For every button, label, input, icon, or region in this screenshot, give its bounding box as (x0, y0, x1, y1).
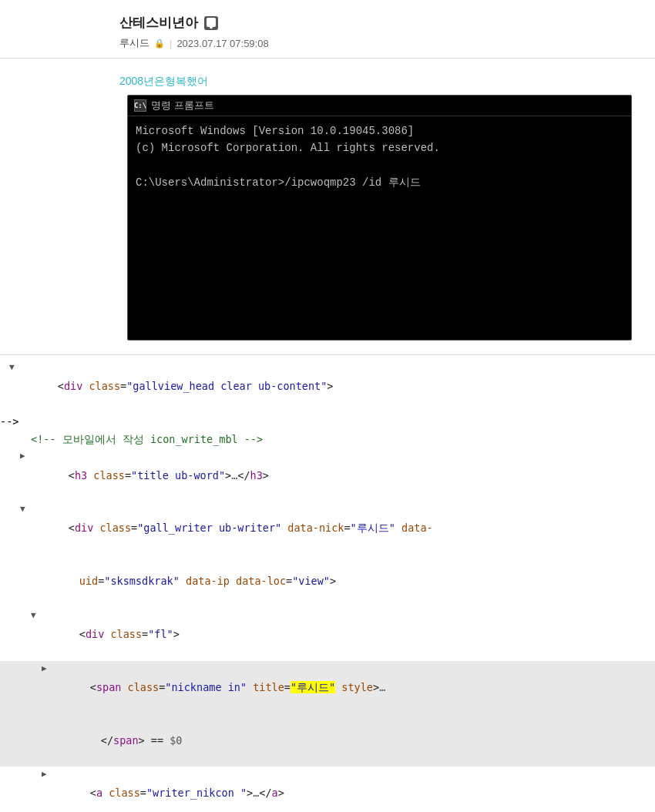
cmd-line2: (c) Microsoft Corporation. All rights re… (136, 139, 623, 156)
post-header: 산테스비년아 루시드 🔒 | 2023.07.17 07:59:08 (0, 0, 655, 59)
post-title: 산테스비년아 (119, 14, 198, 32)
devtools-panel: <div class="gallview_head clear ub-conte… (0, 355, 655, 812)
dt-line-3: <h3 class="title ub-word">…</h3> (0, 448, 655, 502)
cmd-line4: C:\Users\Administrator>/ipcwoqmp23 /id 루… (136, 174, 623, 191)
cmd-window: C:\ 명령 프롬프트 Microsoft Windows [Version 1… (127, 95, 632, 341)
post-date: 2023.07.17 07:59:08 (176, 38, 268, 49)
dt-line-7: <a class="writer_nikcon ">…</a> (0, 767, 655, 812)
triangle-6[interactable] (42, 662, 52, 676)
cmd-body: Microsoft Windows [Version 10.0.19045.30… (128, 116, 631, 340)
dt-line-4b: uid="sksmsdkrak" data-ip data-loc="view"… (0, 555, 655, 608)
dt-line-6[interactable]: <span class="nickname in" title="루시드" st… (0, 661, 655, 714)
triangle-3[interactable] (20, 449, 31, 463)
triangle-5[interactable] (31, 609, 42, 622)
cmd-icon: C:\ (134, 99, 146, 112)
dt-line-4: <div class="gall_writer ub-writer" data-… (0, 502, 655, 555)
triangle-7[interactable] (42, 767, 52, 781)
triangle-4[interactable] (20, 502, 31, 516)
cmd-line1: Microsoft Windows [Version 10.0.19045.30… (136, 122, 623, 139)
dt-line-1: <div class="gallview_head clear ub-conte… (0, 360, 655, 413)
post-meta: 루시드 🔒 | 2023.07.17 07:59:08 (119, 36, 640, 50)
dt-line-2: <!-- 모바일에서 작성 icon_write_mbl --> (0, 430, 655, 448)
triangle-1[interactable] (9, 361, 20, 374)
cmd-line3 (136, 157, 623, 174)
mobile-icon (204, 16, 218, 30)
post-title-row: 산테스비년아 (119, 14, 640, 32)
post-link[interactable]: 2008년은형복했어 (119, 75, 208, 87)
cmd-titlebar: C:\ 명령 프롬프트 (128, 96, 631, 116)
dt-line-6b: </span> == $0 (0, 713, 655, 767)
dt-line-5: <div class="fl"> (0, 608, 655, 661)
meta-separator: | (170, 38, 172, 49)
cmd-title-text: 명령 프롬프트 (151, 99, 214, 112)
lock-icon: 🔒 (154, 39, 165, 49)
post-content: 2008년은형복했어 C:\ 명령 프롬프트 Microsoft Windows… (0, 59, 655, 354)
post-author: 루시드 (119, 36, 149, 50)
